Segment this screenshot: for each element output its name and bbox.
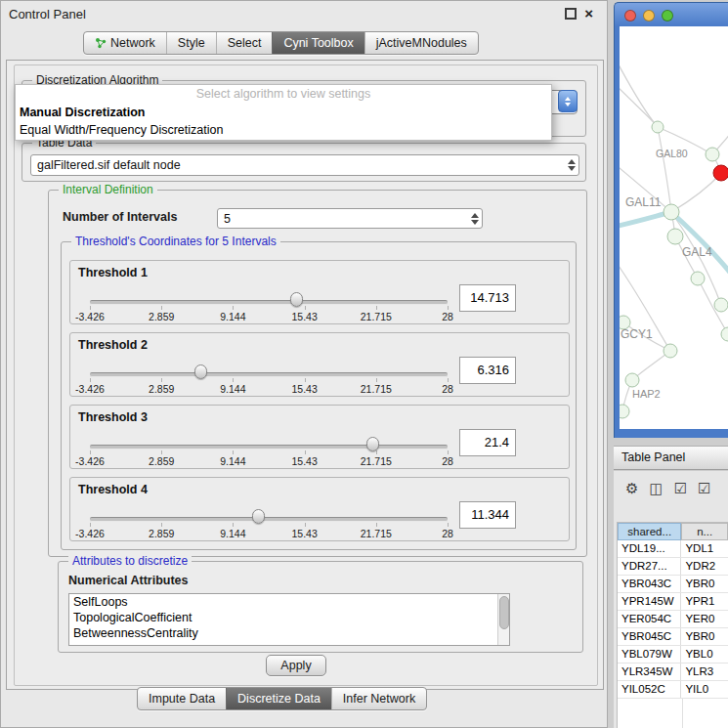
minimize-light[interactable] [643, 10, 655, 21]
slider-track[interactable] [90, 517, 448, 522]
table-cell[interactable]: YBR043C [618, 576, 681, 592]
threshold-label: Threshold 4 [78, 483, 148, 496]
close-light[interactable] [624, 10, 636, 21]
slider-track[interactable] [90, 372, 448, 377]
table-cell[interactable]: YLR345W [618, 664, 681, 680]
tab-style[interactable]: Style [166, 32, 216, 54]
number-of-intervals-combobox[interactable]: 5 [217, 208, 483, 229]
slider-scale-label: 15.43 [291, 528, 317, 539]
table-row[interactable]: YBR043CYBR0 [618, 576, 728, 593]
table-cell[interactable]: YDL1 [681, 540, 728, 557]
bottom-tab-infer-network[interactable]: Infer Network [331, 688, 426, 709]
network-edge[interactable] [620, 83, 658, 127]
table-row[interactable]: YER054CYER0 [618, 611, 728, 628]
threshold-value-field[interactable]: 14.713 [459, 284, 516, 312]
slider-track[interactable] [90, 445, 448, 450]
table-row[interactable]: YBL079WYBL0 [618, 646, 728, 664]
attribute-item-selfloops[interactable]: SelfLoops [69, 594, 509, 610]
combo-stepper-icon [558, 90, 578, 112]
table-cell[interactable]: YBR045C [618, 628, 681, 645]
attribute-item-betweennesscentrality[interactable]: BetweennessCentrality [69, 625, 509, 641]
close-window-button[interactable]: × [584, 8, 593, 20]
algorithm-option-placeholder[interactable]: Select algorithm to view settings [16, 85, 551, 104]
table-cell[interactable]: YER0 [681, 611, 728, 627]
table-panel-header[interactable]: Table Panel [614, 446, 728, 470]
scrollbar-thumb[interactable] [499, 596, 509, 629]
table-cell[interactable]: YBR0 [681, 576, 728, 592]
tab-jactivemnodules[interactable]: jActiveMNodules [364, 32, 478, 54]
slider-scale-label: -3.426 [75, 383, 105, 395]
network-node[interactable] [620, 405, 629, 418]
slider-scale-label: 28 [442, 528, 453, 539]
table-cell[interactable]: YDR27... [618, 558, 681, 575]
attribute-item-topologicalcoefficient[interactable]: TopologicalCoefficient [69, 610, 509, 625]
gear-icon[interactable]: ⚙ [625, 481, 638, 496]
table-cell[interactable]: YBL079W [618, 646, 681, 663]
zoom-light[interactable] [662, 10, 673, 21]
bottom-tab-impute-data[interactable]: Impute Data [138, 688, 226, 709]
table-cell[interactable]: YPR145W [618, 593, 681, 610]
slider-thumb[interactable] [194, 364, 207, 379]
bottom-tab-discretize-data[interactable]: Discretize Data [226, 688, 331, 709]
numerical-attributes-list[interactable]: SelfLoopsTopologicalCoefficientBetweenne… [68, 593, 510, 646]
network-node[interactable] [652, 121, 664, 133]
network-canvas[interactable]: GAL80GAL11GAL4GCY1HAP2 [620, 26, 728, 429]
network-edge[interactable] [620, 56, 658, 127]
network-node[interactable] [714, 298, 728, 312]
table-cell[interactable]: YBR0 [681, 628, 728, 645]
network-node[interactable] [664, 344, 677, 358]
slider-scale-label: 28 [442, 455, 453, 467]
table-cell[interactable]: YBL0 [681, 646, 728, 663]
network-node[interactable] [721, 327, 728, 341]
network-edge[interactable] [671, 173, 721, 212]
table-cell[interactable]: YPR1 [681, 593, 728, 610]
threshold-value-field[interactable]: 21.4 [459, 429, 516, 456]
list-scrollbar[interactable] [497, 594, 509, 645]
table-row[interactable]: YDR27...YDR2 [618, 558, 728, 576]
slider-track[interactable] [90, 300, 448, 305]
network-node[interactable] [667, 229, 683, 244]
table-cell[interactable]: YIL0 [681, 681, 728, 698]
thresholds-group-title: Threshold's Coordinates for 5 Intervals [71, 235, 280, 249]
columns-icon[interactable]: ◫ [649, 481, 663, 496]
table-cell[interactable]: YIL052C [618, 681, 681, 698]
slider-thumb[interactable] [366, 437, 379, 451]
algorithm-option-equal-width-frequency-discretization[interactable]: Equal Width/Frequency Discretization [16, 121, 551, 139]
threshold-value-field[interactable]: 11.344 [459, 501, 516, 529]
slider-thumb[interactable] [290, 292, 303, 307]
table-data-combobox[interactable]: galFiltered.sif default node [30, 154, 579, 176]
threshold-value-field[interactable]: 6.316 [459, 357, 516, 384]
table-row[interactable]: YDL19...YDL1 [618, 540, 728, 558]
slider-thumb[interactable] [252, 509, 265, 524]
slider-tick [90, 378, 91, 382]
network-node[interactable] [706, 148, 719, 161]
table-row[interactable]: YPR145WYPR1 [618, 593, 728, 611]
select-columns-icon[interactable]: ☑ [674, 481, 687, 496]
select-rows-icon[interactable]: ☑ [698, 481, 710, 496]
float-window-button[interactable] [565, 8, 577, 20]
table-row[interactable]: YLR345WYLR3 [618, 664, 728, 681]
apply-button[interactable]: Apply [266, 655, 326, 676]
network-node[interactable] [691, 272, 705, 285]
tab-select[interactable]: Select [216, 32, 273, 54]
control-panel-window: Control Panel × NetworkStyleSelectCyni T… [0, 0, 608, 728]
slider-tick [233, 378, 234, 382]
table-rows: YDL19...YDL1YDR27...YDR2YBR043CYBR0YPR14… [618, 540, 728, 699]
network-node[interactable] [664, 204, 679, 220]
table-cell[interactable]: YDR2 [681, 558, 728, 575]
table-row[interactable]: YIL052CYIL0 [618, 681, 728, 699]
column-header-1[interactable]: shared... [618, 523, 681, 540]
network-node-highlighted[interactable] [713, 165, 728, 181]
slider-tick [448, 306, 449, 310]
table-cell[interactable]: YDL19... [618, 540, 681, 557]
tab-network[interactable]: Network [84, 32, 166, 54]
network-node[interactable] [625, 373, 639, 387]
attributes-group: Attributes to discretize Numerical Attri… [58, 561, 583, 653]
column-header-2[interactable]: n... [681, 523, 728, 540]
table-cell[interactable]: YER054C [618, 611, 681, 627]
table-row[interactable]: YBR045CYBR0 [618, 628, 728, 646]
algorithm-option-manual-discretization[interactable]: Manual Discretization [16, 104, 551, 121]
table-cell[interactable]: YLR3 [681, 664, 728, 680]
tab-cyni-toolbox[interactable]: Cyni Toolbox [272, 32, 364, 54]
slider-tick [305, 378, 306, 382]
